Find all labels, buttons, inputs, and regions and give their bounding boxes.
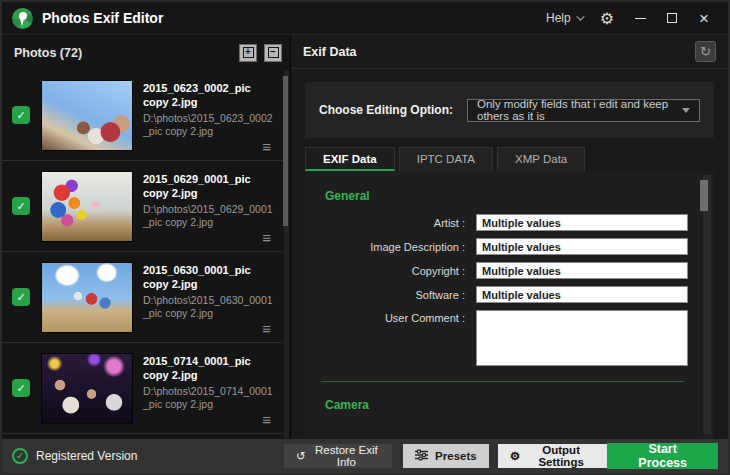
content-scrollbar-thumb[interactable] bbox=[700, 180, 708, 211]
add-photos-button[interactable]: + bbox=[239, 44, 257, 62]
output-settings-label: Output Settings bbox=[527, 444, 595, 468]
photo-thumbnail bbox=[41, 262, 133, 333]
chevron-down-icon bbox=[576, 12, 584, 20]
exif-field-row: Copyright : bbox=[317, 262, 688, 279]
close-button[interactable]: × bbox=[690, 7, 718, 29]
photo-filename: 2015_0623_0002_pic copy 2.jpg bbox=[143, 82, 275, 110]
minus-icon: − bbox=[268, 47, 279, 58]
start-process-label: Start Process bbox=[629, 442, 696, 470]
editing-option-value: Only modify fields that i edit and keep … bbox=[477, 98, 682, 122]
exif-field-row: Image Description : bbox=[317, 238, 688, 255]
exif-field-input[interactable] bbox=[476, 262, 688, 279]
field-control-wrap bbox=[476, 238, 688, 255]
settings-gear-icon[interactable]: ⚙ bbox=[592, 7, 622, 30]
photo-filename: 2015_0629_0001_pic copy 2.jpg bbox=[143, 173, 275, 201]
exif-tab[interactable]: IPTC DATA bbox=[399, 147, 493, 171]
photo-menu-icon[interactable]: ≡ bbox=[262, 412, 275, 427]
editing-option-dropdown[interactable]: Only modify fields that i edit and keep … bbox=[467, 99, 700, 122]
photo-filename: 2015_0630_0001_pic copy 2.jpg bbox=[143, 264, 275, 292]
section-divider bbox=[321, 381, 684, 382]
photo-list-item[interactable]: ✓ 2015_0630_0001_pic copy 2.jpg D:\photo… bbox=[2, 252, 283, 343]
photo-list-item[interactable]: ✓ 2015_0714_0001_pic copy 2.jpg D:\photo… bbox=[2, 343, 283, 434]
exif-field-row: Software : bbox=[317, 286, 688, 303]
refresh-icon: ↻ bbox=[700, 44, 711, 59]
photo-list-item[interactable]: ✓ 2015_0623_0002_pic copy 2.jpg D:\photo… bbox=[2, 70, 283, 161]
status-bar: ✓ Registered Version ↺ Restore Exif Info… bbox=[2, 438, 728, 473]
photo-checkbox[interactable]: ✓ bbox=[12, 288, 30, 306]
sliders-icon bbox=[415, 449, 428, 463]
registered-version-label: Registered Version bbox=[36, 449, 137, 463]
plus-icon: + bbox=[243, 47, 254, 58]
photos-panel-title: Photos (72) bbox=[14, 46, 82, 60]
editing-option-box: Choose Editing Option: Only modify field… bbox=[305, 82, 714, 138]
help-label: Help bbox=[546, 11, 571, 25]
field-label: Copyright : bbox=[317, 265, 465, 277]
editing-option-label: Choose Editing Option: bbox=[319, 103, 453, 117]
dropdown-caret-icon bbox=[682, 108, 690, 113]
photo-list-scrollbar-thumb[interactable] bbox=[283, 76, 288, 226]
field-control-wrap bbox=[476, 310, 688, 366]
maximize-icon bbox=[667, 13, 677, 23]
start-process-button[interactable]: Start Process bbox=[607, 443, 718, 469]
section-title-camera: Camera bbox=[325, 398, 688, 412]
help-menu[interactable]: Help bbox=[540, 7, 588, 29]
presets-label: Presets bbox=[435, 450, 477, 462]
exif-field-input[interactable] bbox=[476, 214, 688, 231]
title-bar: Photos Exif Editor Help ⚙ × bbox=[2, 2, 728, 34]
field-label: User Comment : bbox=[317, 310, 465, 324]
photo-list: ✓ 2015_0623_0002_pic copy 2.jpg D:\photo… bbox=[2, 70, 290, 438]
photo-list-item[interactable]: ✓ 2015_0629_0001_pic copy 2.jpg D:\photo… bbox=[2, 161, 283, 252]
photo-menu-icon[interactable]: ≡ bbox=[262, 230, 275, 245]
exif-field-input[interactable] bbox=[476, 238, 688, 255]
exif-field-row: User Comment : bbox=[317, 310, 688, 366]
photo-checkbox[interactable]: ✓ bbox=[12, 106, 30, 124]
photo-menu-icon[interactable]: ≡ bbox=[262, 139, 275, 154]
minimize-icon bbox=[635, 18, 646, 19]
remove-photos-button[interactable]: − bbox=[264, 44, 282, 62]
photos-panel: Photos (72) + − ✓ 2015_0623_0002_pic cop… bbox=[2, 35, 291, 438]
field-label: Artist : bbox=[317, 217, 465, 229]
exif-tab[interactable]: XMP Data bbox=[497, 147, 585, 171]
registered-check-icon: ✓ bbox=[12, 448, 28, 464]
field-control-wrap bbox=[476, 286, 688, 303]
restore-icon: ↺ bbox=[296, 449, 306, 463]
photo-path: D:\photos\2015_0630_0001_pic copy 2.jpg bbox=[143, 294, 275, 321]
photo-thumbnail bbox=[41, 353, 133, 424]
exif-panel-title: Exif Data bbox=[303, 45, 357, 59]
exif-tab[interactable]: EXIF Data bbox=[305, 147, 395, 171]
photo-filename: 2015_0714_0001_pic copy 2.jpg bbox=[143, 355, 275, 383]
photo-thumbnail bbox=[41, 171, 133, 242]
refresh-button[interactable]: ↻ bbox=[695, 41, 716, 62]
photo-checkbox[interactable]: ✓ bbox=[12, 197, 30, 215]
section-title-general: General bbox=[325, 189, 688, 203]
restore-label: Restore Exif Info bbox=[313, 444, 380, 468]
minimize-button[interactable] bbox=[626, 7, 654, 29]
user-comment-textarea[interactable] bbox=[476, 310, 688, 366]
exif-field-row: Artist : bbox=[317, 214, 688, 231]
exif-tabs: EXIF Data IPTC DATA XMP Data bbox=[291, 147, 728, 171]
field-label: Software : bbox=[317, 289, 465, 301]
photo-path: D:\photos\2015_0623_0002_pic copy 2.jpg bbox=[143, 112, 275, 139]
exif-field-input[interactable] bbox=[476, 286, 688, 303]
app-window: Photos Exif Editor Help ⚙ × Photos (72) … bbox=[0, 0, 730, 475]
presets-button[interactable]: Presets bbox=[403, 444, 489, 468]
field-label: Image Description : bbox=[317, 241, 465, 253]
app-title: Photos Exif Editor bbox=[42, 10, 163, 26]
photo-list-scrollbar[interactable] bbox=[284, 70, 289, 438]
photo-checkbox[interactable]: ✓ bbox=[12, 379, 30, 397]
photo-menu-icon[interactable]: ≡ bbox=[262, 321, 275, 336]
content-scrollbar[interactable] bbox=[703, 175, 711, 434]
maximize-button[interactable] bbox=[658, 7, 686, 29]
output-gear-icon: ⚙ bbox=[510, 449, 520, 463]
restore-exif-info-button[interactable]: ↺ Restore Exif Info bbox=[284, 444, 392, 468]
field-control-wrap bbox=[476, 214, 688, 231]
output-settings-button[interactable]: ⚙ Output Settings bbox=[498, 444, 608, 468]
app-logo-icon bbox=[12, 8, 33, 29]
general-fields: Artist : Image Description : Copyright :… bbox=[317, 214, 688, 366]
exif-content: General Artist : Image Description : Cop… bbox=[305, 171, 714, 438]
field-control-wrap bbox=[476, 262, 688, 279]
photo-path: D:\photos\2015_0714_0001_pic copy 2.jpg bbox=[143, 385, 275, 412]
photo-path: D:\photos\2015_0629_0001_pic copy 2.jpg bbox=[143, 203, 275, 230]
photo-thumbnail bbox=[41, 80, 133, 151]
exif-panel: Exif Data ↻ Choose Editing Option: Only … bbox=[291, 35, 728, 438]
